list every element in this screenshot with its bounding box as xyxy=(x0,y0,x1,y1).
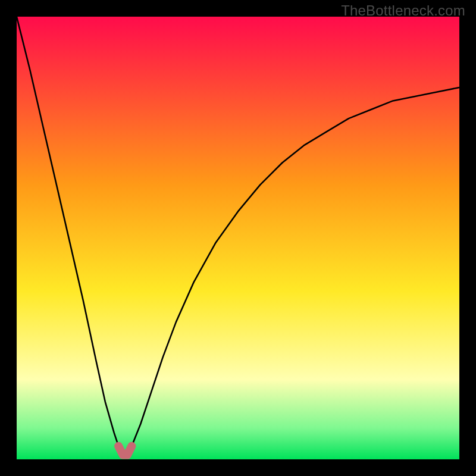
chart-frame: { "watermark": "TheBottleneck.com", "col… xyxy=(0,0,476,476)
chart-svg xyxy=(0,0,476,476)
gradient-background xyxy=(17,17,459,459)
